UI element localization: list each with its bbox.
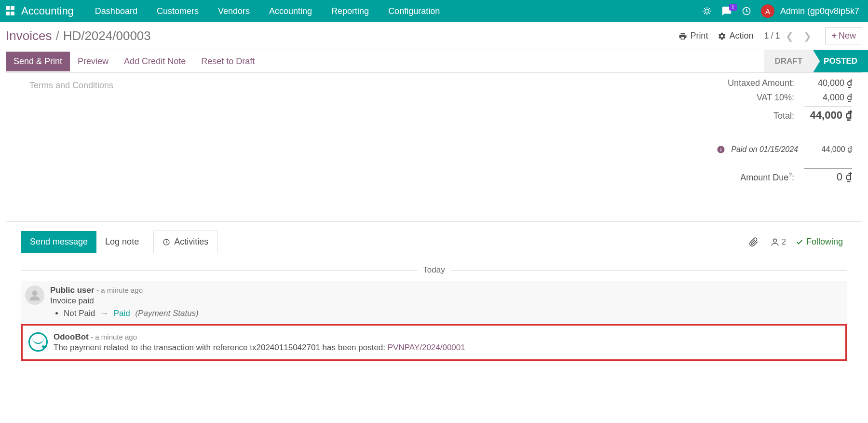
message-odoobot: ❤ OdooBot - a minute ago The payment rel… xyxy=(25,327,843,357)
menu-accounting[interactable]: Accounting xyxy=(259,6,322,16)
action-button[interactable]: Action xyxy=(713,29,758,43)
message-body: Invoice paid xyxy=(50,296,843,306)
menu-vendors[interactable]: Vendors xyxy=(208,6,259,16)
printer-icon xyxy=(678,32,687,41)
amount-due-value: 0 ₫ xyxy=(804,168,852,183)
totals-block: Untaxed Amount: 40,000 ₫ VAT 10%: 4,000 … xyxy=(669,76,852,183)
user-menu[interactable]: A Admin (gp0qv8ip5k7 xyxy=(756,4,864,18)
debug-icon[interactable] xyxy=(697,6,717,16)
following-button[interactable]: Following xyxy=(792,233,847,251)
chatter-tabs: Send message Log note Activities 2 Follo… xyxy=(21,231,847,254)
log-note-tab[interactable]: Log note xyxy=(96,231,148,253)
apps-icon[interactable] xyxy=(4,4,17,18)
print-button[interactable]: Print xyxy=(674,29,713,43)
avatar-placeholder xyxy=(25,286,44,305)
check-icon xyxy=(796,238,803,246)
menu-reporting[interactable]: Reporting xyxy=(322,6,379,16)
chatter: Send message Log note Activities 2 Follo… xyxy=(0,231,868,361)
status-draft[interactable]: DRAFT xyxy=(764,50,813,72)
send-print-button[interactable]: Send & Print xyxy=(6,52,70,71)
statusbar: Send & Print Preview Add Credit Note Res… xyxy=(0,50,868,72)
send-message-tab[interactable]: Send message xyxy=(21,231,96,253)
breadcrumb-root[interactable]: Invoices xyxy=(6,28,52,43)
pager-total: 1 xyxy=(775,31,780,41)
activities-tab[interactable]: Activities xyxy=(153,231,217,253)
status-steps: DRAFT POSTED xyxy=(764,50,868,72)
user-avatar: A xyxy=(761,4,774,18)
untaxed-amount-label: Untaxed Amount: xyxy=(728,78,794,88)
info-icon xyxy=(717,145,725,154)
pager-next[interactable]: ❯ xyxy=(800,28,815,44)
pager-prev[interactable]: ❮ xyxy=(782,28,798,44)
control-panel: Invoices / HD/2024/00003 Print Action 1 … xyxy=(0,22,868,50)
top-nav: Accounting Dashboard Customers Vendors A… xyxy=(0,0,868,22)
user-name: Admin (gp0qv8ip5k7 xyxy=(780,6,859,16)
svg-point-4 xyxy=(32,290,38,296)
payment-link[interactable]: PVNPAY/2024/00001 xyxy=(388,343,465,352)
new-button[interactable]: + New xyxy=(825,27,862,44)
menu-configuration[interactable]: Configuration xyxy=(379,6,449,16)
clock-icon xyxy=(163,238,170,246)
pager-current: 1 xyxy=(764,31,769,41)
messages-icon[interactable]: 1 xyxy=(717,6,737,16)
user-icon xyxy=(770,237,780,247)
pager: 1 / 1 ❮ ❯ xyxy=(764,28,815,44)
breadcrumb-current: HD/2024/00003 xyxy=(63,28,151,43)
activities-icon[interactable] xyxy=(737,6,756,16)
followers-count: 2 xyxy=(782,238,786,246)
followers-button[interactable]: 2 xyxy=(764,233,792,251)
message-public-user: Public user - a minute ago Invoice paid … xyxy=(21,281,847,324)
gear-icon xyxy=(718,32,726,41)
message-time: - a minute ago xyxy=(96,286,143,294)
plus-icon: + xyxy=(831,31,837,41)
message-author: OdooBot xyxy=(54,332,89,341)
svg-point-3 xyxy=(773,239,777,242)
messages-badge: 1 xyxy=(729,4,737,11)
message-author: Public user xyxy=(50,286,95,295)
odoobot-avatar: ❤ xyxy=(28,332,48,352)
menu-customers[interactable]: Customers xyxy=(147,6,208,16)
brand-title[interactable]: Accounting xyxy=(21,5,74,17)
total-value: 44,000 ₫ xyxy=(804,107,852,122)
amount-due-label: Amount Due?: xyxy=(740,172,794,183)
highlighted-message: ❤ OdooBot - a minute ago The payment rel… xyxy=(21,324,847,361)
menu-dashboard[interactable]: Dashboard xyxy=(85,6,147,16)
svg-point-0 xyxy=(705,9,709,13)
breadcrumb-sep: / xyxy=(52,28,63,43)
reset-to-draft-button[interactable]: Reset to Draft xyxy=(193,52,262,71)
total-label: Total: xyxy=(773,111,794,121)
form-body: Terms and Conditions Untaxed Amount: 40,… xyxy=(6,72,862,222)
status-posted[interactable]: POSTED xyxy=(813,50,868,72)
attach-button[interactable] xyxy=(743,233,764,251)
message-body: The payment related to the transaction w… xyxy=(54,343,840,353)
today-divider: Today xyxy=(21,265,847,275)
message-time: - a minute ago xyxy=(91,333,137,341)
paid-value: 44,000 ₫ xyxy=(804,145,852,154)
untaxed-amount-value: 40,000 ₫ xyxy=(804,78,852,88)
vat-label: VAT 10%: xyxy=(757,93,794,103)
message-change: Not Paid → Paid (Payment Status) xyxy=(64,309,843,318)
paid-on-label: Paid on 01/15/2024 xyxy=(731,145,798,154)
paid-row[interactable]: Paid on 01/15/2024 44,000 ₫ xyxy=(669,145,852,154)
add-credit-note-button[interactable]: Add Credit Note xyxy=(116,52,193,71)
paperclip-icon xyxy=(749,237,759,247)
preview-button[interactable]: Preview xyxy=(70,52,116,71)
vat-value: 4,000 ₫ xyxy=(804,92,852,103)
